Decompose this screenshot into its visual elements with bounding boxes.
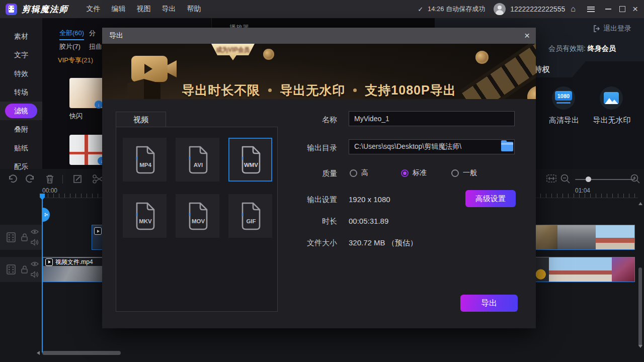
file-size-label: 文件大小 bbox=[297, 238, 337, 248]
media-tab-category[interactable]: 分 bbox=[89, 29, 96, 38]
sidebar-item-overlays[interactable]: 叠附 bbox=[0, 120, 42, 139]
quality-radio-standard[interactable]: 标准 bbox=[401, 168, 427, 177]
bullet-dot bbox=[353, 88, 357, 92]
svg-text:AVI: AVI bbox=[193, 162, 202, 168]
trash-icon[interactable] bbox=[45, 173, 55, 185]
menu-edit[interactable]: 编辑 bbox=[112, 5, 126, 14]
duration-label: 时长 bbox=[297, 217, 337, 226]
scroll-left-arrow[interactable] bbox=[37, 351, 40, 355]
avatar[interactable] bbox=[494, 3, 506, 15]
banner-slogans: 导出时长不限 导出无水印 支持1080P导出 bbox=[102, 82, 536, 99]
track-2-header bbox=[0, 257, 42, 282]
minimize-button[interactable] bbox=[605, 9, 611, 10]
media-tab-vip[interactable]: VIP专享(21) bbox=[58, 56, 93, 65]
name-label: 名称 bbox=[297, 115, 337, 125]
track-type-video-icon bbox=[5, 231, 17, 243]
autosave-check-icon: ✓ bbox=[418, 6, 423, 13]
hamburger-menu-icon[interactable] bbox=[587, 7, 595, 12]
maximize-button[interactable] bbox=[619, 6, 625, 12]
sidebar-item-material[interactable]: 素材 bbox=[0, 27, 42, 46]
media-tab-all[interactable]: 全部(60) bbox=[59, 29, 84, 40]
edit-icon[interactable] bbox=[72, 173, 83, 185]
browse-folder-icon[interactable] bbox=[501, 142, 513, 151]
scroll-down-arrow[interactable] bbox=[638, 345, 642, 348]
sidebar-item-effects[interactable]: 特效 bbox=[0, 64, 42, 83]
format-option-mov[interactable]: MOV bbox=[176, 194, 219, 238]
media-tab-distort[interactable]: 扭曲 bbox=[89, 42, 102, 51]
sidebar-item-text[interactable]: 文字 bbox=[0, 46, 42, 64]
close-window-button[interactable]: × bbox=[632, 7, 638, 12]
timeline-zoom-slider-thumb[interactable] bbox=[586, 176, 591, 182]
horizontal-scrollbar-thumb[interactable] bbox=[42, 351, 121, 355]
format-option-mkv[interactable]: MKV bbox=[123, 194, 167, 238]
export-button[interactable]: 导出 bbox=[460, 295, 518, 312]
name-input[interactable] bbox=[349, 111, 515, 126]
media-tab-film[interactable]: 胶片(7) bbox=[59, 42, 80, 51]
menu-bar: 文件 编辑 视图 导出 帮助 bbox=[87, 5, 201, 14]
lock-icon[interactable] bbox=[20, 233, 29, 242]
title-bar: 剪辑魔法师 文件 编辑 视图 导出 帮助 ✓ 14:26 自动保存成功 1222… bbox=[0, 0, 644, 18]
dialog-close-button[interactable]: × bbox=[524, 30, 530, 41]
svg-text:MP4: MP4 bbox=[139, 162, 151, 168]
dialog-title: 导出 bbox=[109, 31, 123, 40]
menu-export[interactable]: 导出 bbox=[162, 5, 176, 14]
visibility-eye-icon[interactable] bbox=[31, 229, 39, 235]
fit-timeline-icon[interactable] bbox=[546, 173, 557, 184]
format-option-wmv[interactable]: WMV bbox=[228, 138, 272, 182]
resolution-value: 1920 x 1080 bbox=[349, 195, 390, 204]
sidebar-item-transitions[interactable]: 转场 bbox=[0, 83, 42, 102]
svg-text:MKV: MKV bbox=[139, 218, 152, 224]
redo-icon[interactable] bbox=[25, 173, 36, 185]
quality-radio-normal[interactable]: 一般 bbox=[451, 168, 477, 177]
output-settings-label: 输出设置 bbox=[297, 195, 337, 205]
zoom-out-icon[interactable] bbox=[560, 173, 571, 185]
clip-filename: 视频文件.mp4 bbox=[55, 258, 93, 266]
svg-text:WMV: WMV bbox=[244, 162, 258, 168]
lock-icon[interactable] bbox=[20, 265, 29, 274]
vertical-scrollbar-thumb[interactable] bbox=[638, 267, 642, 347]
mute-speaker-icon[interactable] bbox=[31, 239, 39, 246]
left-sidebar: 素材 文字 特效 转场 滤镜 叠附 贴纸 配乐 bbox=[0, 18, 42, 169]
menu-view[interactable]: 视图 bbox=[137, 5, 151, 14]
sidebar-item-stickers[interactable]: 贴纸 bbox=[0, 139, 42, 157]
app-title: 剪辑魔法师 bbox=[22, 4, 68, 15]
track-1-header bbox=[0, 225, 42, 250]
logout-button[interactable]: 退出登录 bbox=[593, 24, 631, 33]
visibility-eye-icon[interactable] bbox=[31, 261, 39, 267]
mute-speaker-icon[interactable] bbox=[31, 271, 39, 278]
app-logo-icon bbox=[6, 4, 17, 15]
bullet-dot bbox=[268, 88, 272, 92]
sidebar-item-filters[interactable]: 滤镜 bbox=[0, 102, 42, 120]
clip-label-bar: 视频文件.mp4 bbox=[43, 258, 103, 266]
timeline-zoom-slider[interactable] bbox=[575, 179, 634, 180]
advanced-settings-button[interactable]: 高级设置 bbox=[465, 190, 516, 207]
scroll-up-arrow[interactable] bbox=[638, 202, 642, 205]
menu-help[interactable]: 帮助 bbox=[187, 5, 201, 14]
format-option-avi[interactable]: AVI bbox=[176, 138, 219, 182]
undo-icon[interactable] bbox=[7, 173, 18, 185]
menu-file[interactable]: 文件 bbox=[87, 5, 101, 14]
format-tab-video[interactable]: 视频 bbox=[116, 112, 166, 127]
svg-text:MOV: MOV bbox=[191, 218, 205, 224]
format-option-gif[interactable]: GIF bbox=[228, 194, 272, 238]
clip-play-icon bbox=[94, 227, 102, 235]
account-id: 12222222222555 bbox=[510, 5, 565, 13]
no-watermark-icon bbox=[600, 86, 623, 110]
ruler-time-mid: 01:04 bbox=[575, 187, 590, 194]
duration-value: 00:05:31.89 bbox=[349, 217, 388, 225]
coin-decoration bbox=[475, 51, 489, 64]
zoom-in-icon[interactable] bbox=[630, 173, 641, 185]
quality-radio-high[interactable]: 高 bbox=[350, 168, 368, 177]
hd-export-label: 高清导出 bbox=[548, 116, 580, 125]
scissors-icon bbox=[44, 212, 49, 217]
playhead-marker[interactable] bbox=[40, 194, 45, 200]
output-dir-input[interactable] bbox=[349, 139, 515, 154]
cut-at-playhead-button[interactable] bbox=[43, 208, 50, 222]
vip-banner: 成为VIP会员 导出时长不限 导出无水印 支持1080P导出 bbox=[102, 44, 536, 99]
home-icon[interactable]: ⌂ bbox=[571, 5, 576, 14]
dialog-header[interactable]: 导出 × bbox=[102, 28, 536, 44]
download-icon[interactable]: ↓ bbox=[95, 101, 103, 109]
toolbar-divider bbox=[62, 175, 63, 184]
vip-ribbon-badge: 成为VIP会员 bbox=[211, 44, 255, 60]
format-option-mp4[interactable]: MP4 bbox=[123, 138, 167, 182]
